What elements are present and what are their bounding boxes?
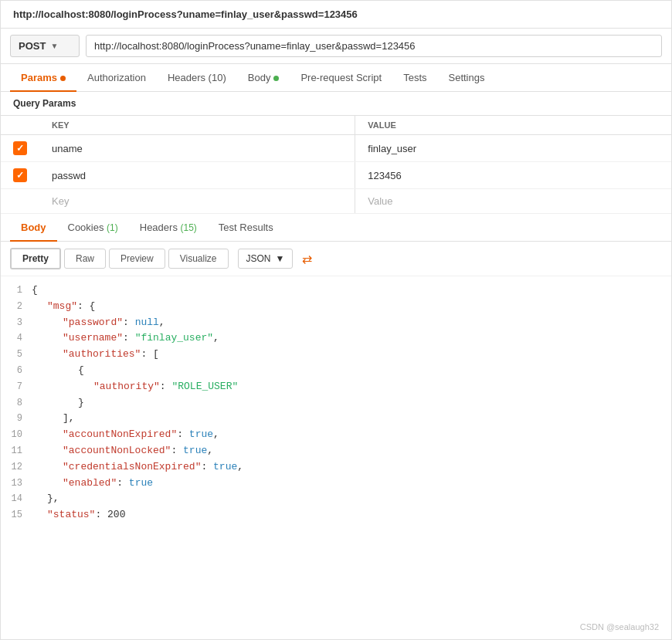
json-line-4: 4 "username": "finlay_user", bbox=[1, 330, 671, 347]
json-line-11: 11 "accountNonLocked": true, bbox=[1, 443, 671, 459]
method-select[interactable]: POST ▼ bbox=[10, 35, 80, 57]
url-bar-text: http://localhost:8080/loginProcess?uname… bbox=[13, 8, 358, 20]
json-line-12: 12 "credentialsNonExpired": true, bbox=[1, 459, 671, 476]
param-value-placeholder: Value bbox=[368, 195, 392, 207]
table-row: uname finlay_user bbox=[1, 135, 671, 162]
preview-button[interactable]: Preview bbox=[109, 249, 165, 269]
json-line-13: 13 "enabled": true bbox=[1, 476, 671, 492]
method-label: POST bbox=[19, 40, 46, 52]
param-key-placeholder: Key bbox=[52, 195, 69, 207]
resp-tab-cookies[interactable]: Cookies (1) bbox=[57, 214, 129, 241]
resp-tab-test-results[interactable]: Test Results bbox=[208, 214, 284, 241]
tab-authorization[interactable]: Authorization bbox=[76, 64, 157, 91]
format-chevron-icon: ▼ bbox=[276, 253, 285, 264]
json-line-1: 1 { bbox=[1, 283, 671, 299]
raw-button[interactable]: Raw bbox=[64, 249, 106, 269]
visualize-button[interactable]: Visualize bbox=[168, 249, 229, 269]
param-value-0: finlay_user bbox=[368, 143, 416, 154]
tab-headers[interactable]: Headers (10) bbox=[157, 64, 237, 91]
view-buttons-row: Pretty Raw Preview Visualize JSON ▼ ⇄ bbox=[1, 242, 671, 276]
tab-pre-request[interactable]: Pre-request Script bbox=[290, 64, 392, 91]
params-dot bbox=[60, 76, 66, 81]
tab-params[interactable]: Params bbox=[10, 64, 76, 91]
format-label: JSON bbox=[246, 253, 271, 264]
json-viewer: 1 { 2 "msg": { 3 "password": null, 4 "us… bbox=[1, 276, 671, 530]
resp-tab-headers[interactable]: Headers (15) bbox=[129, 214, 208, 241]
param-key-1: passwd bbox=[52, 170, 86, 181]
chevron-down-icon: ▼ bbox=[50, 42, 58, 50]
request-row: POST ▼ bbox=[1, 29, 671, 64]
tab-settings[interactable]: Settings bbox=[438, 64, 496, 91]
watermark: CSDN @sealaugh32 bbox=[580, 622, 659, 632]
table-row: passwd 123456 bbox=[1, 162, 671, 189]
col-check-header bbox=[1, 116, 39, 135]
query-params-label: Query Params bbox=[1, 92, 671, 115]
json-line-15: 15 "status": 200 bbox=[1, 507, 671, 523]
response-tabs: Body Cookies (1) Headers (15) Test Resul… bbox=[1, 214, 671, 242]
resp-tab-body[interactable]: Body bbox=[10, 214, 57, 241]
json-line-10: 10 "accountNonExpired": true, bbox=[1, 427, 671, 443]
body-dot bbox=[273, 76, 279, 81]
tab-body[interactable]: Body bbox=[237, 64, 290, 91]
table-row: Key Value bbox=[1, 189, 671, 214]
json-line-6: 6 { bbox=[1, 363, 671, 379]
json-line-8: 8 } bbox=[1, 395, 671, 411]
params-table: KEY VALUE uname finlay_user bbox=[1, 115, 671, 214]
json-line-14: 14 }, bbox=[1, 491, 671, 507]
pretty-button[interactable]: Pretty bbox=[10, 248, 61, 269]
col-value-header: VALUE bbox=[355, 116, 671, 135]
url-bar: http://localhost:8080/loginProcess?uname… bbox=[1, 1, 671, 29]
param-key-0: uname bbox=[52, 143, 83, 154]
request-tabs: Params Authorization Headers (10) Body P… bbox=[1, 64, 671, 92]
filter-icon[interactable]: ⇄ bbox=[302, 252, 312, 266]
json-line-3: 3 "password": null, bbox=[1, 315, 671, 331]
format-select[interactable]: JSON ▼ bbox=[238, 249, 294, 269]
param-checkbox-1[interactable] bbox=[13, 168, 27, 182]
param-value-1: 123456 bbox=[368, 170, 401, 181]
json-line-2: 2 "msg": { bbox=[1, 299, 671, 315]
json-line-9: 9 ], bbox=[1, 411, 671, 427]
param-checkbox-0[interactable] bbox=[13, 141, 27, 155]
tab-tests[interactable]: Tests bbox=[392, 64, 437, 91]
json-line-7: 7 "authority": "ROLE_USER" bbox=[1, 379, 671, 395]
app-container: http://localhost:8080/loginProcess?uname… bbox=[0, 0, 672, 640]
col-key-header: KEY bbox=[39, 116, 355, 135]
url-input[interactable] bbox=[86, 35, 662, 57]
json-line-5: 5 "authorities": [ bbox=[1, 347, 671, 363]
